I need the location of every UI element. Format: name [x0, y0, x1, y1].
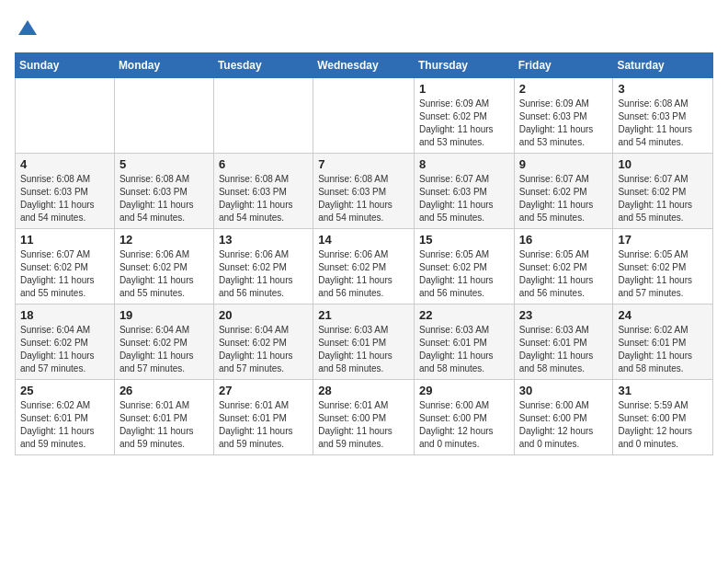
calendar-week-5: 25Sunrise: 6:02 AM Sunset: 6:01 PM Dayli… — [16, 380, 713, 455]
calendar-cell: 16Sunrise: 6:05 AM Sunset: 6:02 PM Dayli… — [514, 229, 613, 304]
calendar-cell: 7Sunrise: 6:08 AM Sunset: 6:03 PM Daylig… — [313, 154, 415, 229]
calendar-cell: 11Sunrise: 6:07 AM Sunset: 6:02 PM Dayli… — [16, 229, 115, 304]
day-info: Sunrise: 6:08 AM Sunset: 6:03 PM Dayligh… — [119, 173, 209, 224]
day-number: 3 — [618, 82, 708, 96]
calendar-cell: 22Sunrise: 6:03 AM Sunset: 6:01 PM Dayli… — [414, 304, 514, 380]
day-number: 22 — [419, 308, 509, 322]
calendar-cell: 8Sunrise: 6:07 AM Sunset: 6:03 PM Daylig… — [414, 154, 514, 229]
day-number: 24 — [618, 308, 708, 322]
calendar-week-4: 18Sunrise: 6:04 AM Sunset: 6:02 PM Dayli… — [16, 304, 713, 380]
day-number: 28 — [318, 384, 409, 397]
day-number: 1 — [419, 82, 509, 96]
calendar-header-monday: Monday — [114, 53, 213, 78]
calendar-cell: 5Sunrise: 6:08 AM Sunset: 6:03 PM Daylig… — [114, 154, 213, 229]
day-info: Sunrise: 6:09 AM Sunset: 6:03 PM Dayligh… — [519, 98, 609, 149]
calendar-header-sunday: Sunday — [16, 53, 115, 78]
calendar-cell: 15Sunrise: 6:05 AM Sunset: 6:02 PM Dayli… — [414, 229, 514, 304]
day-number: 17 — [618, 233, 708, 247]
calendar-header-row: SundayMondayTuesdayWednesdayThursdayFrid… — [16, 53, 713, 78]
calendar-cell: 30Sunrise: 6:00 AM Sunset: 6:00 PM Dayli… — [514, 380, 613, 455]
page-header — [15, 15, 713, 45]
calendar-cell: 18Sunrise: 6:04 AM Sunset: 6:02 PM Dayli… — [16, 304, 115, 380]
calendar-header-wednesday: Wednesday — [313, 53, 415, 78]
day-info: Sunrise: 6:05 AM Sunset: 6:02 PM Dayligh… — [618, 248, 708, 300]
calendar-cell: 13Sunrise: 6:06 AM Sunset: 6:02 PM Dayli… — [213, 229, 313, 304]
svg-marker-0 — [18, 20, 37, 35]
calendar-cell: 12Sunrise: 6:06 AM Sunset: 6:02 PM Dayli… — [114, 229, 213, 304]
calendar-cell: 2Sunrise: 6:09 AM Sunset: 6:03 PM Daylig… — [514, 78, 613, 154]
day-number: 11 — [20, 233, 109, 247]
day-number: 19 — [119, 308, 209, 322]
day-number: 8 — [419, 157, 509, 171]
day-info: Sunrise: 6:05 AM Sunset: 6:02 PM Dayligh… — [419, 248, 509, 300]
calendar-cell: 17Sunrise: 6:05 AM Sunset: 6:02 PM Dayli… — [613, 229, 713, 304]
day-number: 20 — [219, 308, 308, 322]
calendar-cell: 26Sunrise: 6:01 AM Sunset: 6:01 PM Dayli… — [114, 380, 213, 455]
day-info: Sunrise: 6:01 AM Sunset: 6:00 PM Dayligh… — [318, 399, 409, 451]
logo — [15, 18, 39, 45]
calendar-body: 1Sunrise: 6:09 AM Sunset: 6:02 PM Daylig… — [16, 78, 713, 455]
calendar-table: SundayMondayTuesdayWednesdayThursdayFrid… — [15, 52, 713, 455]
day-info: Sunrise: 6:04 AM Sunset: 6:02 PM Dayligh… — [119, 324, 209, 375]
day-info: Sunrise: 6:00 AM Sunset: 6:00 PM Dayligh… — [519, 399, 609, 451]
calendar-cell: 23Sunrise: 6:03 AM Sunset: 6:01 PM Dayli… — [514, 304, 613, 380]
day-number: 16 — [519, 233, 609, 247]
day-number: 21 — [318, 308, 409, 322]
calendar-cell: 14Sunrise: 6:06 AM Sunset: 6:02 PM Dayli… — [313, 229, 415, 304]
calendar-cell: 10Sunrise: 6:07 AM Sunset: 6:02 PM Dayli… — [613, 154, 713, 229]
day-number: 18 — [20, 308, 109, 322]
day-info: Sunrise: 6:04 AM Sunset: 6:02 PM Dayligh… — [219, 324, 308, 375]
day-number: 4 — [20, 157, 109, 171]
day-info: Sunrise: 6:07 AM Sunset: 6:03 PM Dayligh… — [419, 173, 509, 224]
day-info: Sunrise: 6:01 AM Sunset: 6:01 PM Dayligh… — [119, 399, 209, 451]
day-info: Sunrise: 6:07 AM Sunset: 6:02 PM Dayligh… — [20, 248, 109, 300]
day-info: Sunrise: 6:08 AM Sunset: 6:03 PM Dayligh… — [219, 173, 308, 224]
day-info: Sunrise: 6:08 AM Sunset: 6:03 PM Dayligh… — [20, 173, 109, 224]
day-number: 30 — [519, 384, 609, 397]
calendar-cell: 28Sunrise: 6:01 AM Sunset: 6:00 PM Dayli… — [313, 380, 415, 455]
day-number: 13 — [219, 233, 308, 247]
day-number: 31 — [618, 384, 708, 397]
calendar-header-tuesday: Tuesday — [213, 53, 313, 78]
day-number: 15 — [419, 233, 509, 247]
calendar-cell: 4Sunrise: 6:08 AM Sunset: 6:03 PM Daylig… — [16, 154, 115, 229]
day-info: Sunrise: 6:01 AM Sunset: 6:01 PM Dayligh… — [219, 399, 308, 451]
calendar-week-1: 1Sunrise: 6:09 AM Sunset: 6:02 PM Daylig… — [16, 78, 713, 154]
day-info: Sunrise: 6:03 AM Sunset: 6:01 PM Dayligh… — [318, 324, 409, 375]
calendar-week-2: 4Sunrise: 6:08 AM Sunset: 6:03 PM Daylig… — [16, 154, 713, 229]
day-info: Sunrise: 6:08 AM Sunset: 6:03 PM Dayligh… — [618, 98, 708, 149]
day-number: 26 — [119, 384, 209, 397]
calendar-cell — [213, 78, 313, 154]
calendar-header-thursday: Thursday — [414, 53, 514, 78]
day-number: 25 — [20, 384, 109, 397]
day-number: 10 — [618, 157, 708, 171]
calendar-cell: 20Sunrise: 6:04 AM Sunset: 6:02 PM Dayli… — [213, 304, 313, 380]
calendar-header-saturday: Saturday — [613, 53, 713, 78]
calendar-cell: 9Sunrise: 6:07 AM Sunset: 6:02 PM Daylig… — [514, 154, 613, 229]
day-info: Sunrise: 6:03 AM Sunset: 6:01 PM Dayligh… — [419, 324, 509, 375]
calendar-cell — [114, 78, 213, 154]
day-info: Sunrise: 5:59 AM Sunset: 6:00 PM Dayligh… — [618, 399, 708, 451]
day-number: 7 — [318, 157, 409, 171]
calendar-cell: 24Sunrise: 6:02 AM Sunset: 6:01 PM Dayli… — [613, 304, 713, 380]
day-number: 5 — [119, 157, 209, 171]
calendar-cell: 27Sunrise: 6:01 AM Sunset: 6:01 PM Dayli… — [213, 380, 313, 455]
calendar-cell: 19Sunrise: 6:04 AM Sunset: 6:02 PM Dayli… — [114, 304, 213, 380]
day-info: Sunrise: 6:00 AM Sunset: 6:00 PM Dayligh… — [419, 399, 509, 451]
calendar-cell: 21Sunrise: 6:03 AM Sunset: 6:01 PM Dayli… — [313, 304, 415, 380]
day-number: 2 — [519, 82, 609, 96]
day-number: 12 — [119, 233, 209, 247]
calendar-cell: 31Sunrise: 5:59 AM Sunset: 6:00 PM Dayli… — [613, 380, 713, 455]
logo-icon — [17, 18, 39, 40]
calendar-cell: 29Sunrise: 6:00 AM Sunset: 6:00 PM Dayli… — [414, 380, 514, 455]
day-number: 23 — [519, 308, 609, 322]
day-info: Sunrise: 6:02 AM Sunset: 6:01 PM Dayligh… — [20, 399, 109, 451]
day-number: 6 — [219, 157, 308, 171]
day-info: Sunrise: 6:07 AM Sunset: 6:02 PM Dayligh… — [618, 173, 708, 224]
day-info: Sunrise: 6:04 AM Sunset: 6:02 PM Dayligh… — [20, 324, 109, 375]
calendar-cell: 1Sunrise: 6:09 AM Sunset: 6:02 PM Daylig… — [414, 78, 514, 154]
day-number: 14 — [318, 233, 409, 247]
day-info: Sunrise: 6:03 AM Sunset: 6:01 PM Dayligh… — [519, 324, 609, 375]
day-info: Sunrise: 6:08 AM Sunset: 6:03 PM Dayligh… — [318, 173, 409, 224]
calendar-cell: 25Sunrise: 6:02 AM Sunset: 6:01 PM Dayli… — [16, 380, 115, 455]
